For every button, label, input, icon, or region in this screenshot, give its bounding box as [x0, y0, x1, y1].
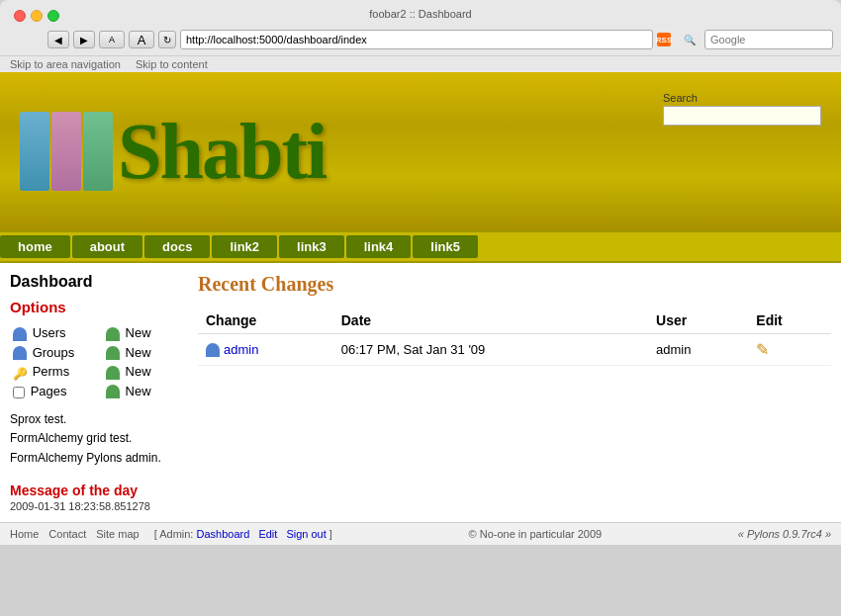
skip-nav-link[interactable]: Skip to area navigation: [10, 58, 121, 70]
nav-docs[interactable]: docs: [144, 235, 210, 258]
change-cell: admin: [198, 334, 333, 366]
sidebar-perms-link[interactable]: Perms: [33, 364, 70, 379]
col-user: User: [648, 308, 748, 334]
browser-search-input[interactable]: [710, 34, 827, 45]
sidebar-new-pages-link[interactable]: New: [126, 384, 151, 398]
header-search: Search: [663, 92, 821, 126]
edit-icon[interactable]: ✎: [756, 341, 769, 358]
options-title: Options: [10, 299, 173, 315]
sidebar-extra-links: Sprox test. FormAlchemy grid test. FormA…: [10, 410, 173, 468]
figure-pink: [51, 112, 81, 191]
close-button[interactable]: [14, 10, 26, 22]
sidebar-new-perms-link[interactable]: New: [126, 364, 151, 379]
address-bar-container: [180, 30, 653, 49]
admin-close-bracket: ]: [329, 528, 332, 540]
user-cell: admin: [648, 334, 748, 366]
change-label: admin: [224, 342, 258, 357]
footer-sitemap-link[interactable]: Site map: [96, 528, 139, 540]
refresh-button[interactable]: ↻: [158, 31, 176, 48]
table-header-row: Change Date User Edit: [198, 308, 831, 334]
site-logo: Shabti: [20, 107, 326, 197]
nav-about[interactable]: about: [72, 235, 142, 258]
col-change: Change: [198, 308, 333, 334]
group-icon: [13, 346, 27, 360]
window-title: foobar2 :: Dashboard: [8, 8, 833, 26]
footer-links: Home Contact Site map: [10, 528, 140, 540]
table-row: admin 06:17 PM, Sat Jan 31 '09 admin ✎: [198, 334, 831, 366]
forward-button[interactable]: ▶: [73, 31, 95, 48]
changes-table: Change Date User Edit admin: [198, 308, 831, 366]
sidebar-options-table: Users New Groups: [10, 323, 173, 400]
site-title: Shabti: [118, 107, 326, 197]
header-search-input[interactable]: [663, 106, 821, 126]
new-perms-icon: [106, 366, 120, 380]
sidebar-new-user-link[interactable]: New: [126, 325, 151, 340]
site-footer: Home Contact Site map [ Admin: Dashboard…: [0, 522, 841, 545]
user-icon: [13, 327, 27, 341]
skip-links: Skip to area navigation Skip to content: [0, 55, 841, 72]
edit-cell: ✎: [748, 334, 831, 366]
recent-changes-title: Recent Changes: [198, 273, 831, 296]
footer-admin: [ Admin: Dashboard Edit Sign out ]: [154, 528, 332, 540]
main-content: Recent Changes Change Date User Edit: [183, 273, 831, 512]
sidebar-groups-link[interactable]: Groups: [33, 345, 75, 360]
sidebar-users-link[interactable]: Users: [33, 325, 66, 340]
new-pages-icon: [106, 385, 120, 398]
motd-date: 2009-01-31 18:23:58.851278: [10, 500, 173, 512]
pages-checkbox[interactable]: [13, 387, 25, 398]
sidebar: Dashboard Options Users New: [10, 273, 183, 512]
search-label: Search: [663, 92, 821, 104]
figure-blue: [20, 112, 49, 191]
rss-icon: RSS: [657, 33, 671, 46]
sidebar-pages-link[interactable]: Pages: [31, 384, 67, 398]
sidebar-groups-row: Groups New: [10, 343, 173, 363]
browser-search-wrap: [704, 30, 833, 49]
nav-link2[interactable]: link2: [212, 235, 277, 258]
new-user-icon: [106, 327, 120, 341]
text-size-larger-button[interactable]: A: [129, 31, 154, 48]
new-group-icon: [106, 346, 120, 360]
site-header: Shabti Search: [0, 72, 841, 230]
footer-home-link[interactable]: Home: [10, 528, 39, 540]
motd-title: Message of the day: [10, 483, 173, 498]
admin-dashboard-link[interactable]: Dashboard: [197, 528, 250, 540]
formalchemy-pylons-link[interactable]: FormAlchemy Pylons admin.: [10, 449, 173, 468]
maximize-button[interactable]: [47, 10, 59, 22]
shabti-figures: [20, 112, 113, 191]
nav-home[interactable]: home: [0, 235, 70, 258]
address-input[interactable]: [186, 34, 647, 45]
sidebar-perms-row: 🔑 Perms New: [10, 362, 173, 382]
nav-link4[interactable]: link4: [346, 235, 412, 258]
col-edit: Edit: [748, 308, 831, 334]
footer-pylons: « Pylons 0.9.7rc4 »: [738, 528, 831, 540]
footer-contact-link[interactable]: Contact: [48, 528, 86, 540]
admin-signout-link[interactable]: Sign out: [286, 528, 326, 540]
date-cell: 06:17 PM, Sat Jan 31 '09: [333, 334, 648, 366]
dashboard-title: Dashboard: [10, 273, 173, 291]
sprox-test-link[interactable]: Sprox test.: [10, 410, 173, 429]
col-date: Date: [333, 308, 648, 334]
perms-icon: 🔑: [13, 367, 27, 379]
search-magnifier-icon: 🔍: [679, 31, 701, 48]
back-button[interactable]: ◀: [47, 31, 69, 48]
footer-copyright: © No-one in particular 2009: [347, 528, 723, 540]
sidebar-pages-row: Pages New: [10, 382, 173, 401]
nav-link3[interactable]: link3: [279, 235, 344, 258]
skip-content-link[interactable]: Skip to content: [136, 58, 208, 70]
sidebar-users-row: Users New: [10, 323, 173, 343]
change-admin-link[interactable]: admin: [206, 342, 326, 357]
nav-link5[interactable]: link5: [413, 235, 478, 258]
admin-icon: [206, 343, 220, 357]
text-size-smaller-button[interactable]: A: [99, 31, 125, 48]
sidebar-new-group-link[interactable]: New: [126, 345, 151, 360]
admin-bracket-label: [ Admin:: [154, 528, 194, 540]
main-nav: home about docs link2 link3 link4 link5: [0, 230, 841, 263]
formalchemy-grid-link[interactable]: FormAlchemy grid test.: [10, 429, 173, 448]
content-area: Dashboard Options Users New: [0, 263, 841, 522]
figure-green: [83, 112, 113, 191]
minimize-button[interactable]: [31, 10, 43, 22]
admin-edit-link[interactable]: Edit: [258, 528, 277, 540]
